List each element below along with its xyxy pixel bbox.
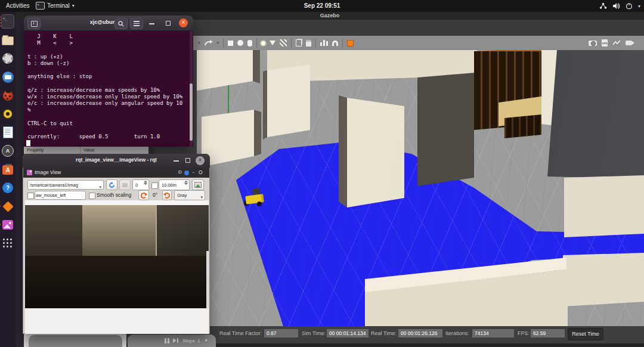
help-icon: ?: [2, 182, 13, 193]
plot-icon[interactable]: [612, 40, 621, 46]
smooth-scaling-checkbox[interactable]: [89, 193, 95, 199]
dock-item-files[interactable]: [1, 33, 14, 47]
image-view-plugin-icon: [27, 170, 32, 175]
topic-combo-value: /smartcar/camera1/imag: [30, 182, 78, 188]
frame-spinbox[interactable]: 0: [132, 179, 149, 190]
terminal-body[interactable]: J K L M < > t : up (+z) b : down (-z) an…: [24, 31, 193, 147]
camera-icon: [122, 183, 128, 187]
files-icon: [2, 36, 14, 45]
steps-label[interactable]: Steps: 1: [182, 338, 200, 343]
redo-icon[interactable]: [205, 39, 213, 47]
pause-button[interactable]: [165, 338, 169, 343]
topic-combo[interactable]: /smartcar/camera1/imag ▾: [27, 180, 104, 190]
volume-icon: [612, 2, 620, 10]
log-record-icon[interactable]: LOG: [602, 39, 608, 47]
spot-light-icon[interactable]: [270, 41, 275, 45]
steps-chevron-icon[interactable]: ▾: [205, 338, 208, 343]
plugin-close-button[interactable]: O: [199, 169, 203, 175]
clock[interactable]: Sep 22 09:51: [0, 2, 644, 9]
value-column-header[interactable]: Value: [83, 147, 95, 154]
colormap-combo[interactable]: Gray ▾: [174, 190, 205, 200]
dock-item-fonts[interactable]: A: [1, 144, 14, 157]
dock-item-show-apps[interactable]: [1, 237, 14, 250]
record-icon: [2, 109, 13, 119]
spinbox-arrows[interactable]: [184, 181, 188, 185]
mouse-topic-field[interactable]: aw_mouse_left: [35, 191, 86, 200]
sphere-shape-icon[interactable]: [237, 40, 243, 46]
box-shape-icon[interactable]: [228, 41, 233, 46]
column-divider[interactable]: [80, 147, 80, 154]
paste-icon[interactable]: [306, 40, 311, 47]
view-angle-icon[interactable]: [347, 40, 354, 47]
terminal-scrollbar[interactable]: [190, 31, 193, 147]
dock: >_ A A ?: [0, 12, 16, 347]
maximize-button[interactable]: [166, 21, 171, 26]
align-tool-icon[interactable]: [320, 40, 328, 46]
dock-item-thunderbird[interactable]: [1, 70, 14, 83]
publish-click-checkbox[interactable]: [27, 193, 34, 199]
close-button[interactable]: ×: [179, 18, 188, 27]
smartcar-wheel: [257, 202, 262, 206]
directional-light-icon[interactable]: [280, 39, 287, 47]
network-icon: [599, 2, 607, 10]
dock-item-media[interactable]: [1, 107, 14, 120]
dock-item-software[interactable]: A: [1, 163, 14, 176]
snapshot-button[interactable]: [119, 179, 131, 190]
image-scrollbar[interactable]: [206, 251, 209, 308]
save-image-button[interactable]: [192, 179, 204, 190]
smooth-scaling-label: Smooth scaling: [97, 192, 131, 198]
chevron-down-icon: ▾: [638, 4, 640, 9]
screenshot-camera-icon[interactable]: [589, 41, 597, 46]
dock-item-help[interactable]: ?: [1, 181, 14, 194]
menu-button[interactable]: [130, 18, 143, 29]
dock-item-ladybug[interactable]: [1, 89, 14, 102]
rotate-left-button[interactable]: [138, 190, 149, 200]
point-light-icon[interactable]: [261, 41, 265, 45]
plugin-info-icon[interactable]: [184, 171, 189, 175]
panel-scroll-nub: [148, 147, 154, 154]
step-button[interactable]: [173, 338, 177, 343]
rqt-titlebar[interactable]: rqt_image_view__ImageView - rqt ×: [23, 154, 210, 168]
copy-icon[interactable]: [296, 39, 302, 47]
redo-history-icon[interactable]: ▾: [217, 41, 219, 45]
dock-item-writer[interactable]: [1, 126, 14, 139]
rqt-minimize-button[interactable]: [174, 160, 179, 162]
dock-item-image-viewer[interactable]: [1, 218, 14, 231]
snap-magnet-icon[interactable]: [332, 41, 338, 46]
rqt-close-button[interactable]: ×: [196, 156, 205, 165]
gazebo-3d-viewport[interactable]: [197, 50, 644, 326]
panel-rounded-fragment: [29, 335, 122, 347]
rotation-angle-value: 0°: [153, 192, 157, 198]
rqt-window-title: rqt_image_view__ImageView - rqt: [23, 157, 210, 163]
camera-image-view[interactable]: [25, 200, 209, 308]
search-button[interactable]: [114, 18, 128, 29]
camera-wall-left: [25, 205, 82, 258]
rqt-maximize-button[interactable]: [185, 158, 190, 163]
dynamic-range-checkbox[interactable]: [151, 182, 158, 189]
toolbar-right-group: LOG: [589, 39, 644, 47]
rqt-window: rqt_image_view__ImageView - rqt × Image …: [23, 154, 210, 334]
image-view-plugin-header[interactable]: Image View D - O: [23, 168, 209, 178]
max-range-spinbox[interactable]: 10.00m: [159, 179, 190, 190]
power-icon: [626, 2, 633, 10]
dock-item-settings[interactable]: [1, 52, 14, 65]
terminal-titlebar[interactable]: xjc@ubuntu: ~ ×: [24, 16, 193, 31]
rotate-right-button[interactable]: [162, 190, 172, 200]
rtf-label: Real Time Factor:: [219, 330, 262, 336]
spinbox-arrows[interactable]: [144, 181, 147, 185]
property-column-header[interactable]: Property: [27, 147, 44, 154]
undo-history-icon[interactable]: ▾: [198, 41, 200, 45]
system-tray[interactable]: ▾: [599, 1, 640, 11]
minimize-button[interactable]: [149, 23, 154, 24]
refresh-topics-button[interactable]: [106, 179, 117, 190]
cylinder-shape-icon[interactable]: [247, 40, 252, 47]
plugin-minimize-button[interactable]: -: [193, 169, 194, 175]
plugin-dock-button[interactable]: D: [178, 169, 182, 175]
dock-item-terminal[interactable]: >_: [1, 15, 14, 28]
toolbar-separator: [223, 38, 224, 48]
video-record-icon[interactable]: [626, 41, 632, 45]
dock-item-gazebo[interactable]: [1, 200, 14, 213]
hamburger-icon: [134, 21, 140, 26]
reset-time-button[interactable]: Reset Time: [568, 328, 603, 340]
scrollbar-thumb[interactable]: [190, 83, 193, 141]
